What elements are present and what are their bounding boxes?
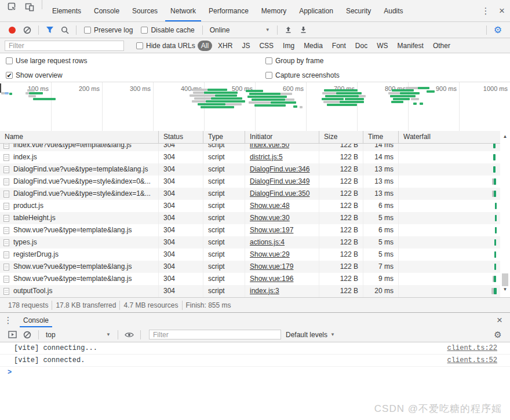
drawer-kebab-menu-icon[interactable]: ⋮	[0, 313, 16, 327]
filter-type-img[interactable]: Img	[279, 41, 298, 51]
filter-type-xhr[interactable]: XHR	[214, 41, 236, 51]
tab-sources[interactable]: Sources	[126, 0, 164, 21]
capture-screenshots-checkbox[interactable]: Capture screenshots	[265, 71, 506, 79]
tab-network[interactable]: Network	[164, 0, 202, 21]
request-name: Show.vue?vue&type=template&lang.js	[13, 224, 132, 236]
table-row[interactable]: DialogFind.vue?vue&type=style&index=0&..…	[0, 176, 510, 188]
network-settings-gear-icon[interactable]: ⚙	[490, 23, 505, 37]
table-row[interactable]: Show.vue?vue&type=template&lang.js304scr…	[0, 261, 510, 273]
table-row[interactable]: tableHeight.js304scriptShow.vue:30122 B5…	[0, 212, 510, 224]
eye-icon[interactable]	[122, 328, 137, 342]
import-har-button[interactable]	[281, 23, 296, 37]
tab-console-drawer[interactable]: Console	[19, 313, 53, 327]
column-header-size[interactable]: Size	[319, 131, 363, 143]
show-overview-checkbox[interactable]: ✔ Show overview	[6, 71, 257, 79]
overview-bar	[211, 97, 242, 100]
initiator-link[interactable]: Show.vue:197	[250, 226, 293, 234]
device-toolbar-icon[interactable]	[21, 0, 38, 14]
divider	[118, 330, 118, 339]
initiator-link[interactable]: Show.vue:29	[250, 250, 290, 258]
clear-console-button[interactable]	[20, 328, 35, 342]
close-devtools-icon[interactable]: ×	[494, 0, 510, 21]
column-header-initiator[interactable]: Initiator	[245, 131, 319, 143]
divider	[486, 25, 487, 35]
initiator-link[interactable]: index.js:3	[250, 287, 279, 295]
table-row[interactable]: Show.vue?vue&type=template&lang.js304scr…	[0, 273, 510, 285]
console-filter-input[interactable]	[149, 330, 281, 339]
tab-security[interactable]: Security	[340, 0, 377, 21]
table-row[interactable]: index.vue?vue&type=template&lang.js304sc…	[0, 144, 510, 151]
initiator-link[interactable]: DialogFind.vue:349	[250, 177, 309, 185]
tab-audits[interactable]: Audits	[377, 0, 409, 21]
column-header-name[interactable]: Name	[0, 131, 159, 143]
inspect-element-icon[interactable]	[3, 0, 21, 14]
close-drawer-icon[interactable]: ×	[491, 313, 508, 327]
waterfall-bar	[494, 191, 496, 197]
use-large-request-rows-checkbox[interactable]: Use large request rows	[6, 57, 257, 65]
initiator-link[interactable]: district.js:5	[250, 153, 283, 161]
console-settings-gear-icon[interactable]: ⚙	[490, 328, 505, 342]
initiator-link[interactable]: DialogFind.vue:346	[250, 165, 309, 173]
filter-type-ws[interactable]: WS	[373, 41, 391, 51]
table-row[interactable]: index.js304scriptdistrict.js:5122 B14 ms	[0, 151, 510, 163]
table-row[interactable]: outputTool.js304scriptindex.js:3122 B20 …	[0, 285, 510, 297]
initiator-link[interactable]: index.vue:50	[250, 144, 289, 149]
tab-performance[interactable]: Performance	[202, 0, 255, 21]
scrollbar-thumb[interactable]	[502, 273, 508, 286]
search-icon[interactable]	[57, 23, 72, 37]
table-row[interactable]: DialogFind.vue?vue&type=style&index=1&..…	[0, 188, 510, 200]
disable-cache-checkbox[interactable]: Disable cache	[141, 26, 194, 34]
summary-item: 4.7 MB resources	[123, 301, 178, 309]
table-row[interactable]: product.js304scriptShow.vue:48122 B6 ms	[0, 200, 510, 212]
cell-status: 304	[159, 163, 203, 176]
table-row[interactable]: registerDrug.js304scriptShow.vue:29122 B…	[0, 249, 510, 261]
scroll-down-icon[interactable]: ▼	[500, 287, 510, 292]
filter-type-all[interactable]: All	[198, 41, 212, 51]
clear-network-log-button[interactable]	[20, 23, 35, 37]
initiator-link[interactable]: actions.js:4	[250, 238, 285, 246]
tab-console[interactable]: Console	[88, 0, 126, 21]
group-by-frame-checkbox[interactable]: Group by frame	[265, 57, 506, 65]
initiator-link[interactable]: Show.vue:179	[250, 262, 293, 271]
log-levels-select[interactable]: Default levels ▼	[286, 331, 335, 339]
export-har-button[interactable]	[296, 23, 311, 37]
table-row[interactable]: types.js304scriptactions.js:4122 B5 ms	[0, 236, 510, 249]
console-sidebar-toggle-icon[interactable]	[5, 328, 20, 342]
throttling-select[interactable]: Online ▼	[207, 26, 272, 34]
table-row[interactable]: Show.vue?vue&type=template&lang.js304scr…	[0, 224, 510, 236]
console-prompt[interactable]: >	[0, 367, 510, 378]
table-row[interactable]: DialogFind.vue?vue&type=template&lang.js…	[0, 163, 510, 176]
scroll-up-icon[interactable]: ▲	[500, 134, 510, 139]
initiator-link[interactable]: Show.vue:30	[250, 214, 290, 222]
record-network-log-button[interactable]	[5, 23, 20, 37]
filter-type-manifest[interactable]: Manifest	[394, 41, 427, 51]
filter-type-js[interactable]: JS	[238, 41, 253, 51]
filter-toggle-button[interactable]	[42, 23, 57, 37]
initiator-link[interactable]: Show.vue:196	[250, 275, 293, 283]
cell-name: Show.vue?vue&type=template&lang.js	[0, 261, 159, 273]
network-filter-input[interactable]	[5, 41, 124, 51]
tab-memory[interactable]: Memory	[255, 0, 293, 21]
tab-application[interactable]: Application	[293, 0, 340, 21]
network-overview-timeline[interactable]: 100 ms200 ms300 ms400 ms500 ms600 ms700 …	[0, 82, 510, 131]
hide-data-urls-checkbox[interactable]: Hide data URLs	[136, 42, 195, 50]
table-scrollbar[interactable]: ▲ ▼	[500, 131, 510, 297]
filter-type-other[interactable]: Other	[429, 41, 454, 51]
column-header-waterfall[interactable]: Waterfall	[399, 131, 510, 143]
filter-type-doc[interactable]: Doc	[352, 41, 371, 51]
initiator-link[interactable]: Show.vue:48	[250, 202, 290, 210]
initiator-link[interactable]: DialogFind.vue:350	[250, 189, 309, 198]
source-location-link[interactable]: client.ts:52	[447, 356, 497, 364]
execution-context-select[interactable]: top ▼	[43, 331, 113, 339]
column-header-time[interactable]: Time	[363, 131, 399, 143]
overview-bar	[247, 96, 287, 98]
source-location-link[interactable]: client.ts:22	[447, 344, 497, 352]
filter-type-css[interactable]: CSS	[256, 41, 277, 51]
tab-elements[interactable]: Elements	[46, 0, 88, 21]
filter-type-font[interactable]: Font	[329, 41, 349, 51]
preserve-log-checkbox[interactable]: Preserve log	[84, 26, 133, 34]
filter-type-media[interactable]: Media	[300, 41, 326, 51]
column-header-status[interactable]: Status	[159, 131, 203, 143]
kebab-menu-icon[interactable]: ⋮	[478, 0, 494, 21]
column-header-type[interactable]: Type	[203, 131, 245, 143]
